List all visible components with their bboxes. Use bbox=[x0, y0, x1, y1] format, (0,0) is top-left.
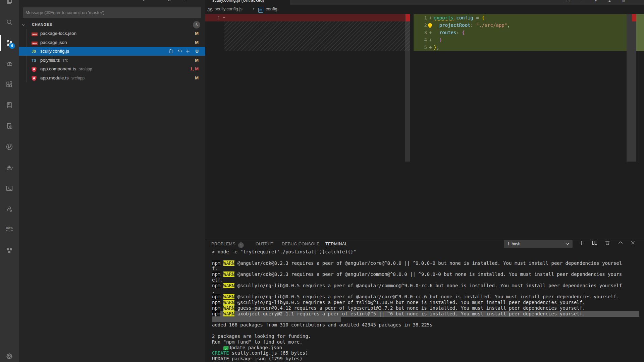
line-number: 2 bbox=[414, 21, 427, 29]
panel-tab-output[interactable]: OUTPUT bbox=[256, 242, 273, 246]
open-file-icon[interactable] bbox=[168, 49, 174, 54]
scrollbar-left[interactable] bbox=[405, 14, 410, 162]
go-to-file-icon[interactable]: ▢ bbox=[566, 0, 570, 3]
activity-item-docker-icon[interactable] bbox=[0, 164, 19, 172]
line-number: 4 bbox=[414, 36, 427, 44]
line-number: 1 bbox=[414, 14, 427, 21]
terminal-line: npm WARN @angular/cdk@8.2.3 requires a p… bbox=[212, 272, 639, 277]
more-actions-icon[interactable]: ··· bbox=[182, 0, 188, 2]
terminal-line: . bbox=[212, 289, 639, 294]
panel-tab-debug-console[interactable]: DEBUG CONSOLE bbox=[282, 242, 320, 246]
terminal-line: npm WARN @scullyio/ng-lib@0.0.5 requires… bbox=[212, 300, 639, 305]
search-icon bbox=[5, 18, 13, 26]
diff-added-line: 2+ projectRoot: "./src/app", bbox=[414, 21, 627, 29]
activity-item-aws-icon[interactable]: aws bbox=[0, 226, 19, 234]
activity-item-spell-checker-icon[interactable]: A bbox=[0, 122, 19, 130]
diff-added-line: 4+ } bbox=[414, 36, 627, 44]
check-icon[interactable]: ✓ bbox=[143, 0, 147, 2]
breadcrumb-file[interactable]: scully.config.js bbox=[215, 6, 243, 11]
editor-tab-bar: scully.config.js (Untracked) ▢ ↑ ▼ ↥ ⫿⫿ bbox=[205, 0, 644, 5]
file-row-package-lock.json[interactable]: npmpackage-lock.jsonM bbox=[19, 29, 205, 38]
file-row-polyfills.ts[interactable]: TSpolyfills.tssrcM bbox=[19, 56, 205, 65]
close-panel-icon[interactable] bbox=[630, 240, 638, 247]
file-row-scully.config.js[interactable]: JSscully.config.jsU bbox=[19, 47, 205, 56]
vscode-window: 6Aaws ✓ ⟳ ··· CHANGES 6 npmpackage-lock.… bbox=[0, 0, 644, 362]
stage-changes-icon[interactable] bbox=[185, 49, 191, 54]
file-path: src/app bbox=[79, 67, 92, 71]
activity-item-git-graph-icon[interactable] bbox=[0, 143, 19, 151]
file-row-app.module.ts[interactable]: Aapp.module.tssrc/appM bbox=[19, 74, 205, 82]
file-row-package.json[interactable]: npmpackage.jsonM bbox=[19, 38, 205, 47]
removed-sign: − bbox=[223, 14, 225, 21]
activity-item-powershell-icon[interactable] bbox=[0, 184, 19, 192]
diff-added-line: 1+exports.config = { bbox=[414, 14, 627, 21]
tab-scully-config[interactable]: scully.config.js (Untracked) bbox=[205, 0, 290, 5]
activity-item-extensions-icon[interactable] bbox=[0, 80, 19, 88]
file-name: app.module.tssrc/app bbox=[40, 75, 85, 80]
lightbulb-icon[interactable] bbox=[428, 23, 432, 27]
docker-icon bbox=[5, 164, 13, 172]
next-change-icon[interactable]: ▼ bbox=[594, 0, 598, 3]
gear-icon bbox=[5, 352, 13, 360]
file-name: scully.config.js bbox=[40, 49, 69, 54]
scm-count-badge: 6 bbox=[9, 43, 15, 49]
activity-item-notebook-icon[interactable] bbox=[0, 101, 19, 109]
activity-item-source-control-icon[interactable]: 6 bbox=[0, 39, 19, 47]
activity-item-share-icon[interactable] bbox=[0, 205, 19, 213]
kill-terminal-icon[interactable] bbox=[605, 240, 612, 247]
terminal-line bbox=[212, 328, 639, 334]
terminal-line: npm WARN guess-parser@0.4.12 requires a … bbox=[212, 305, 639, 311]
js-file-icon: JS bbox=[207, 7, 213, 12]
activity-item-terraform-icon[interactable] bbox=[0, 247, 19, 255]
refresh-icon[interactable]: ⟳ bbox=[168, 0, 172, 2]
commit-message-input[interactable] bbox=[23, 7, 201, 18]
activity-item-files-icon[interactable] bbox=[0, 0, 19, 5]
source-control-sidebar: ✓ ⟳ ··· CHANGES 6 npmpackage-lock.jsonMn… bbox=[19, 0, 205, 362]
powershell-icon bbox=[5, 184, 13, 192]
minimap[interactable] bbox=[636, 14, 644, 51]
line-number: 3 bbox=[414, 29, 427, 36]
added-sign: + bbox=[429, 14, 432, 21]
split-editor-icon[interactable]: ⫿⫿ bbox=[622, 0, 625, 3]
active-indicator bbox=[0, 35, 1, 51]
breadcrumb: JS scully.config.js › @ config bbox=[205, 5, 644, 13]
terminal-line: npm WARN @scullyio/ng-lib@0.0.5 requires… bbox=[212, 294, 639, 300]
share-icon bbox=[5, 205, 13, 213]
removed-marker bbox=[632, 14, 636, 21]
git-status: M bbox=[195, 31, 199, 36]
maximize-panel-icon[interactable] bbox=[618, 240, 625, 247]
changes-section-header[interactable]: CHANGES 6 bbox=[19, 20, 205, 29]
debug-icon bbox=[5, 60, 13, 68]
svg-text:A: A bbox=[10, 126, 12, 128]
terraform-icon bbox=[5, 247, 13, 255]
terminal-line: CREATE scully.config.js (65 bytes) bbox=[212, 350, 639, 356]
file-name: app.component.tssrc/app bbox=[40, 66, 92, 71]
file-name: package-lock.json bbox=[40, 31, 76, 36]
terminal-shell-select[interactable]: 1: bash bbox=[504, 240, 573, 248]
line-number: 5 bbox=[414, 44, 427, 51]
terminal-output[interactable]: > node -e "try{require('./postinstall')}… bbox=[212, 249, 639, 362]
npm-file-icon: npm bbox=[32, 40, 38, 45]
split-terminal-icon[interactable] bbox=[592, 240, 599, 247]
shell-select-value: 1: bash bbox=[507, 242, 520, 246]
file-row-app.component.ts[interactable]: Aapp.component.tssrc/app1, M bbox=[19, 65, 205, 73]
file-name: polyfills.tssrc bbox=[40, 58, 68, 63]
prev-change-icon[interactable]: ↑ bbox=[581, 0, 583, 3]
activity-item-search-icon[interactable] bbox=[0, 18, 19, 26]
activity-item-debug-icon[interactable] bbox=[0, 60, 19, 68]
npm-file-icon: npm bbox=[32, 31, 38, 36]
breadcrumb-symbol[interactable]: config bbox=[266, 6, 277, 11]
editor-area: scully.config.js (Untracked) ▢ ↑ ▼ ↥ ⫿⫿ … bbox=[205, 0, 644, 362]
activity-item-gear-icon[interactable] bbox=[0, 352, 19, 360]
added-sign: + bbox=[429, 44, 432, 51]
panel-tab-problems[interactable]: PROBLEMS1 bbox=[211, 242, 244, 248]
terminal-line: npm WARN axobject-query@2.1.1 requires a… bbox=[212, 311, 639, 317]
scrollbar-right[interactable] bbox=[627, 14, 636, 162]
discard-changes-icon[interactable] bbox=[177, 49, 182, 54]
sidebar-header-actions: ✓ ⟳ ··· bbox=[19, 0, 205, 4]
new-terminal-icon[interactable] bbox=[579, 240, 586, 247]
panel-tab-terminal[interactable]: TERMINAL bbox=[325, 242, 347, 249]
chevron-down-icon bbox=[566, 243, 569, 245]
more-actions-icon[interactable]: ↥ bbox=[608, 0, 611, 3]
tab-title: scully.config.js (Untracked) bbox=[212, 0, 264, 3]
